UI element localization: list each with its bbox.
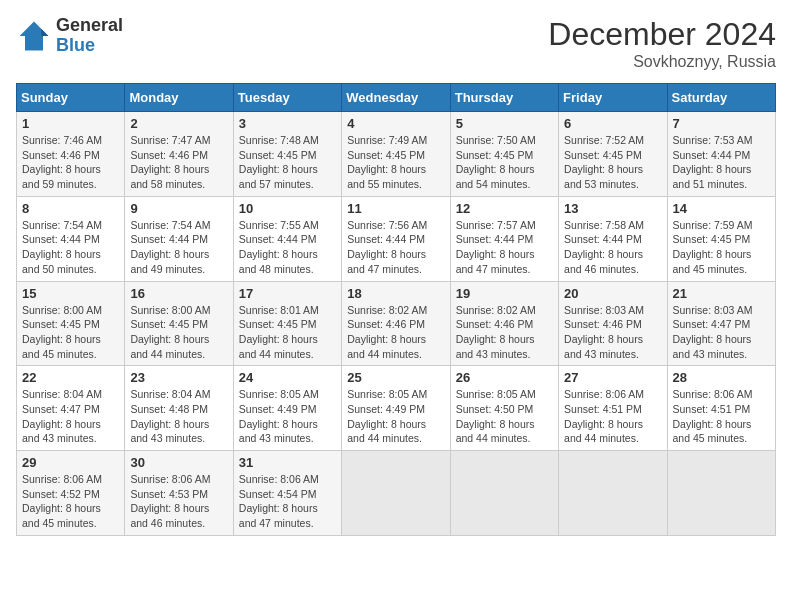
calendar-header: SundayMondayTuesdayWednesdayThursdayFrid… xyxy=(17,84,776,112)
calendar-cell: 26Sunrise: 8:05 AMSunset: 4:50 PMDayligh… xyxy=(450,366,558,451)
day-number: 11 xyxy=(347,201,444,216)
calendar-cell: 1Sunrise: 7:46 AMSunset: 4:46 PMDaylight… xyxy=(17,112,125,197)
day-number: 26 xyxy=(456,370,553,385)
month-title: December 2024 xyxy=(548,16,776,53)
day-number: 12 xyxy=(456,201,553,216)
day-info: Sunrise: 7:49 AMSunset: 4:45 PMDaylight:… xyxy=(347,133,444,192)
day-number: 24 xyxy=(239,370,336,385)
calendar-cell xyxy=(342,451,450,536)
day-number: 1 xyxy=(22,116,119,131)
calendar-week-row: 8Sunrise: 7:54 AMSunset: 4:44 PMDaylight… xyxy=(17,196,776,281)
calendar-week-row: 22Sunrise: 8:04 AMSunset: 4:47 PMDayligh… xyxy=(17,366,776,451)
day-number: 25 xyxy=(347,370,444,385)
calendar-cell: 13Sunrise: 7:58 AMSunset: 4:44 PMDayligh… xyxy=(559,196,667,281)
calendar-cell: 8Sunrise: 7:54 AMSunset: 4:44 PMDaylight… xyxy=(17,196,125,281)
day-number: 29 xyxy=(22,455,119,470)
calendar: SundayMondayTuesdayWednesdayThursdayFrid… xyxy=(16,83,776,536)
day-info: Sunrise: 8:00 AMSunset: 4:45 PMDaylight:… xyxy=(22,303,119,362)
calendar-cell: 4Sunrise: 7:49 AMSunset: 4:45 PMDaylight… xyxy=(342,112,450,197)
day-number: 22 xyxy=(22,370,119,385)
day-info: Sunrise: 8:02 AMSunset: 4:46 PMDaylight:… xyxy=(347,303,444,362)
day-info: Sunrise: 8:04 AMSunset: 4:47 PMDaylight:… xyxy=(22,387,119,446)
calendar-cell: 19Sunrise: 8:02 AMSunset: 4:46 PMDayligh… xyxy=(450,281,558,366)
calendar-cell: 25Sunrise: 8:05 AMSunset: 4:49 PMDayligh… xyxy=(342,366,450,451)
day-info: Sunrise: 7:54 AMSunset: 4:44 PMDaylight:… xyxy=(130,218,227,277)
day-info: Sunrise: 7:58 AMSunset: 4:44 PMDaylight:… xyxy=(564,218,661,277)
logo-icon xyxy=(16,18,52,54)
calendar-cell: 17Sunrise: 8:01 AMSunset: 4:45 PMDayligh… xyxy=(233,281,341,366)
day-info: Sunrise: 7:47 AMSunset: 4:46 PMDaylight:… xyxy=(130,133,227,192)
page-header: General Blue December 2024 Sovkhoznyy, R… xyxy=(16,16,776,71)
day-info: Sunrise: 8:06 AMSunset: 4:53 PMDaylight:… xyxy=(130,472,227,531)
calendar-cell: 20Sunrise: 8:03 AMSunset: 4:46 PMDayligh… xyxy=(559,281,667,366)
day-number: 18 xyxy=(347,286,444,301)
days-of-week-row: SundayMondayTuesdayWednesdayThursdayFrid… xyxy=(17,84,776,112)
calendar-cell: 5Sunrise: 7:50 AMSunset: 4:45 PMDaylight… xyxy=(450,112,558,197)
calendar-cell: 6Sunrise: 7:52 AMSunset: 4:45 PMDaylight… xyxy=(559,112,667,197)
calendar-cell: 22Sunrise: 8:04 AMSunset: 4:47 PMDayligh… xyxy=(17,366,125,451)
day-info: Sunrise: 8:06 AMSunset: 4:51 PMDaylight:… xyxy=(673,387,770,446)
day-info: Sunrise: 7:55 AMSunset: 4:44 PMDaylight:… xyxy=(239,218,336,277)
calendar-cell: 2Sunrise: 7:47 AMSunset: 4:46 PMDaylight… xyxy=(125,112,233,197)
day-info: Sunrise: 7:54 AMSunset: 4:44 PMDaylight:… xyxy=(22,218,119,277)
calendar-body: 1Sunrise: 7:46 AMSunset: 4:46 PMDaylight… xyxy=(17,112,776,536)
calendar-week-row: 1Sunrise: 7:46 AMSunset: 4:46 PMDaylight… xyxy=(17,112,776,197)
day-of-week-header: Wednesday xyxy=(342,84,450,112)
calendar-cell: 10Sunrise: 7:55 AMSunset: 4:44 PMDayligh… xyxy=(233,196,341,281)
logo: General Blue xyxy=(16,16,123,56)
calendar-cell: 7Sunrise: 7:53 AMSunset: 4:44 PMDaylight… xyxy=(667,112,775,197)
day-info: Sunrise: 8:05 AMSunset: 4:50 PMDaylight:… xyxy=(456,387,553,446)
day-info: Sunrise: 8:03 AMSunset: 4:46 PMDaylight:… xyxy=(564,303,661,362)
day-number: 28 xyxy=(673,370,770,385)
day-of-week-header: Monday xyxy=(125,84,233,112)
day-info: Sunrise: 7:53 AMSunset: 4:44 PMDaylight:… xyxy=(673,133,770,192)
day-number: 16 xyxy=(130,286,227,301)
logo-text: General Blue xyxy=(56,16,123,56)
day-of-week-header: Tuesday xyxy=(233,84,341,112)
calendar-cell: 3Sunrise: 7:48 AMSunset: 4:45 PMDaylight… xyxy=(233,112,341,197)
day-info: Sunrise: 8:06 AMSunset: 4:54 PMDaylight:… xyxy=(239,472,336,531)
day-info: Sunrise: 7:57 AMSunset: 4:44 PMDaylight:… xyxy=(456,218,553,277)
day-number: 2 xyxy=(130,116,227,131)
day-of-week-header: Saturday xyxy=(667,84,775,112)
day-of-week-header: Friday xyxy=(559,84,667,112)
day-info: Sunrise: 8:05 AMSunset: 4:49 PMDaylight:… xyxy=(239,387,336,446)
day-number: 10 xyxy=(239,201,336,216)
day-info: Sunrise: 7:59 AMSunset: 4:45 PMDaylight:… xyxy=(673,218,770,277)
calendar-week-row: 15Sunrise: 8:00 AMSunset: 4:45 PMDayligh… xyxy=(17,281,776,366)
calendar-cell: 31Sunrise: 8:06 AMSunset: 4:54 PMDayligh… xyxy=(233,451,341,536)
calendar-cell: 9Sunrise: 7:54 AMSunset: 4:44 PMDaylight… xyxy=(125,196,233,281)
day-info: Sunrise: 8:04 AMSunset: 4:48 PMDaylight:… xyxy=(130,387,227,446)
day-number: 14 xyxy=(673,201,770,216)
calendar-cell xyxy=(559,451,667,536)
calendar-cell: 28Sunrise: 8:06 AMSunset: 4:51 PMDayligh… xyxy=(667,366,775,451)
calendar-cell: 30Sunrise: 8:06 AMSunset: 4:53 PMDayligh… xyxy=(125,451,233,536)
calendar-cell: 21Sunrise: 8:03 AMSunset: 4:47 PMDayligh… xyxy=(667,281,775,366)
day-number: 6 xyxy=(564,116,661,131)
day-info: Sunrise: 8:00 AMSunset: 4:45 PMDaylight:… xyxy=(130,303,227,362)
calendar-week-row: 29Sunrise: 8:06 AMSunset: 4:52 PMDayligh… xyxy=(17,451,776,536)
calendar-cell: 24Sunrise: 8:05 AMSunset: 4:49 PMDayligh… xyxy=(233,366,341,451)
calendar-cell: 23Sunrise: 8:04 AMSunset: 4:48 PMDayligh… xyxy=(125,366,233,451)
day-number: 19 xyxy=(456,286,553,301)
day-info: Sunrise: 7:48 AMSunset: 4:45 PMDaylight:… xyxy=(239,133,336,192)
day-number: 4 xyxy=(347,116,444,131)
day-number: 31 xyxy=(239,455,336,470)
day-info: Sunrise: 7:56 AMSunset: 4:44 PMDaylight:… xyxy=(347,218,444,277)
day-info: Sunrise: 8:02 AMSunset: 4:46 PMDaylight:… xyxy=(456,303,553,362)
day-number: 27 xyxy=(564,370,661,385)
calendar-cell: 14Sunrise: 7:59 AMSunset: 4:45 PMDayligh… xyxy=(667,196,775,281)
day-info: Sunrise: 8:06 AMSunset: 4:52 PMDaylight:… xyxy=(22,472,119,531)
day-number: 7 xyxy=(673,116,770,131)
calendar-cell: 27Sunrise: 8:06 AMSunset: 4:51 PMDayligh… xyxy=(559,366,667,451)
calendar-cell: 18Sunrise: 8:02 AMSunset: 4:46 PMDayligh… xyxy=(342,281,450,366)
calendar-cell: 11Sunrise: 7:56 AMSunset: 4:44 PMDayligh… xyxy=(342,196,450,281)
day-info: Sunrise: 8:01 AMSunset: 4:45 PMDaylight:… xyxy=(239,303,336,362)
day-info: Sunrise: 7:50 AMSunset: 4:45 PMDaylight:… xyxy=(456,133,553,192)
day-number: 13 xyxy=(564,201,661,216)
day-info: Sunrise: 7:52 AMSunset: 4:45 PMDaylight:… xyxy=(564,133,661,192)
day-of-week-header: Thursday xyxy=(450,84,558,112)
calendar-cell: 16Sunrise: 8:00 AMSunset: 4:45 PMDayligh… xyxy=(125,281,233,366)
calendar-cell xyxy=(450,451,558,536)
day-info: Sunrise: 8:05 AMSunset: 4:49 PMDaylight:… xyxy=(347,387,444,446)
